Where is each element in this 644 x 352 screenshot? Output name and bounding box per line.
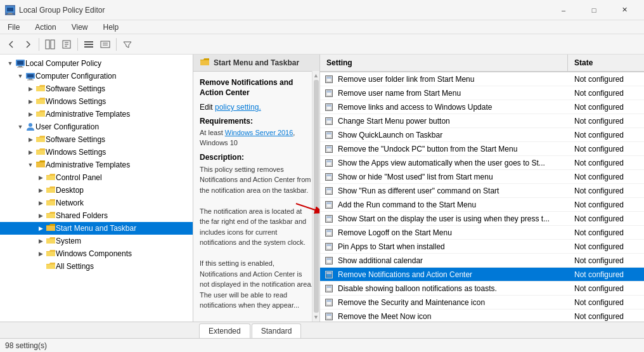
menu-view[interactable]: View (69, 22, 91, 33)
show-hide-button[interactable] (42, 37, 58, 52)
table-row[interactable]: Add the Run command to the Start MenuNot… (320, 198, 644, 212)
table-row[interactable]: Change Start Menu power buttonNot config… (320, 114, 644, 128)
tab-standard[interactable]: Standard (252, 323, 302, 338)
setting-name: Remove user name from Start Menu (335, 87, 568, 100)
scroll-up-btn[interactable]: ▲ (313, 72, 319, 79)
tree-all-settings[interactable]: ▶ All Settings (0, 260, 193, 273)
setting-icon-inner (325, 201, 333, 209)
tree-root[interactable]: ▼ Local Computer Policy (0, 57, 193, 70)
right-panel: Setting State Remove user folder link fr… (320, 55, 644, 322)
table-row[interactable]: Remove the "Undock PC" button from the S… (320, 142, 644, 156)
svg-rect-59 (326, 300, 332, 302)
tree-admin-templates-uc[interactable]: ▼ Administrative Templates (0, 159, 193, 171)
setting-name: Disable showing balloon notifications as… (335, 282, 568, 295)
tree-software-cc[interactable]: ▶ Software Settings (0, 82, 193, 95)
tree-system[interactable]: ▶ System (0, 235, 193, 247)
folder-icon-wc (46, 249, 56, 258)
setting-icon (323, 268, 335, 281)
right-header: Setting State (320, 55, 644, 72)
table-row[interactable]: Show QuickLaunch on TaskbarNot configure… (320, 128, 644, 142)
tree-network[interactable]: ▶ Network (0, 197, 193, 209)
properties-button[interactable] (59, 37, 74, 52)
tree-user-config[interactable]: ▼ User Configuration (0, 121, 193, 133)
table-row[interactable]: Pin Apps to Start when installedNot conf… (320, 240, 644, 254)
tree-at-cc-label: Administrative Templates (46, 110, 130, 119)
svg-rect-57 (326, 286, 332, 288)
separator-2 (77, 38, 78, 51)
setting-state: Not configured (568, 73, 644, 86)
minimize-button[interactable]: – (549, 4, 578, 16)
folder-icon-sm (46, 224, 56, 233)
tree-software-uc[interactable]: ▶ Software Settings (0, 133, 193, 146)
setting-name: Show additional calendar (335, 254, 568, 267)
table-row[interactable]: Remove links and access to Windows Updat… (320, 100, 644, 114)
table-row[interactable]: Show Start on the display the user is us… (320, 212, 644, 226)
tree-computer-config[interactable]: ▼ Computer Configuration (0, 70, 193, 82)
svg-rect-35 (326, 133, 332, 134)
setting-icon (323, 143, 335, 155)
table-row[interactable]: Remove user name from Start MenuNot conf… (320, 86, 644, 100)
scroll-thumb (314, 80, 319, 313)
setting-icon (323, 199, 335, 211)
tree-as-label: All Settings (56, 262, 94, 271)
table-row[interactable]: Show the Apps view automatically when th… (320, 156, 644, 170)
tree-desktop[interactable]: ▶ Desktop (0, 184, 193, 197)
computer-icon (25, 72, 35, 81)
setting-name: Show or hide "Most used" list from Start… (335, 171, 568, 183)
setting-name: Remove Notifications and Action Center (335, 268, 568, 281)
separator-1 (39, 38, 39, 51)
table-row[interactable]: Remove user folder link from Start MenuN… (320, 72, 644, 86)
table-row[interactable]: Remove the Security and Maintenance icon… (320, 296, 644, 310)
table-row[interactable]: Disable showing balloon notifications as… (320, 282, 644, 296)
tree-uc-label: User Configuration (35, 122, 99, 131)
menu-file[interactable]: File (5, 22, 22, 33)
tree-windows-settings-uc[interactable]: ▶ Windows Settings (0, 146, 193, 159)
svg-rect-23 (27, 80, 34, 81)
extend-button[interactable] (81, 37, 96, 52)
tree-net-label: Network (56, 199, 84, 207)
setting-icon (323, 296, 335, 309)
table-row[interactable]: Show or hide "Most used" list from Start… (320, 170, 644, 184)
setting-state: Not configured (568, 226, 644, 239)
setting-icon-inner (325, 117, 333, 125)
table-row[interactable]: Show additional calendarNot configured (320, 254, 644, 268)
table-row[interactable]: Show "Run as different user" command on … (320, 184, 644, 198)
close-button[interactable]: ✕ (610, 4, 639, 16)
requirements-link[interactable]: Windows Server 2016 (225, 129, 293, 136)
tree-windows-components[interactable]: ▶ Windows Components (0, 247, 193, 260)
setting-state: Not configured (568, 310, 644, 322)
tree-admin-templates-cc[interactable]: ▶ Administrative Templates (0, 108, 193, 121)
menu-help[interactable]: Help (101, 22, 122, 33)
setting-icon-inner (325, 271, 333, 278)
table-row[interactable]: Remove Notifications and Action CenterNo… (320, 268, 644, 282)
tree-shared-folders[interactable]: ▶ Shared Folders (0, 209, 193, 222)
tree-cp-label: Control Panel (56, 173, 102, 182)
menu-action[interactable]: Action (32, 22, 58, 33)
tree-start-menu[interactable]: ▶ Start Menu and Taskbar (0, 222, 193, 235)
setting-name: Pin Apps to Start when installed (335, 240, 568, 253)
setting-name: Show the Apps view automatically when th… (335, 157, 568, 169)
toolbar (0, 34, 644, 55)
scroll-down-btn[interactable]: ▼ (313, 314, 319, 320)
tab-bar: Extended Standard (0, 322, 644, 338)
setting-icon-inner (325, 75, 333, 83)
tree-windows-settings-cc[interactable]: ▶ Windows Settings (0, 95, 193, 108)
collapse-button[interactable] (98, 37, 113, 52)
svg-rect-61 (326, 314, 332, 316)
table-row[interactable]: Remove the Meet Now iconNot configured (320, 310, 644, 322)
policy-edit-link[interactable]: policy setting. (215, 103, 261, 112)
back-button[interactable] (4, 37, 19, 52)
middle-scrollbar[interactable]: ▲ ▼ (312, 71, 319, 322)
table-row[interactable]: Remove Logoff on the Start MenuNot confi… (320, 226, 644, 240)
svg-rect-37 (326, 147, 332, 148)
folder-icon-sw-cc (35, 84, 46, 93)
tree-control-panel[interactable]: ▶ Control Panel (0, 171, 193, 184)
folder-header-icon (200, 58, 210, 67)
filter-button[interactable] (120, 37, 135, 52)
maximize-button[interactable]: □ (579, 4, 609, 16)
forward-button[interactable] (20, 37, 35, 52)
tree-cc-label: Computer Configuration (35, 72, 116, 81)
setting-state: Not configured (568, 157, 644, 169)
tab-extended[interactable]: Extended (199, 323, 250, 338)
col-state-header: State (568, 55, 644, 71)
